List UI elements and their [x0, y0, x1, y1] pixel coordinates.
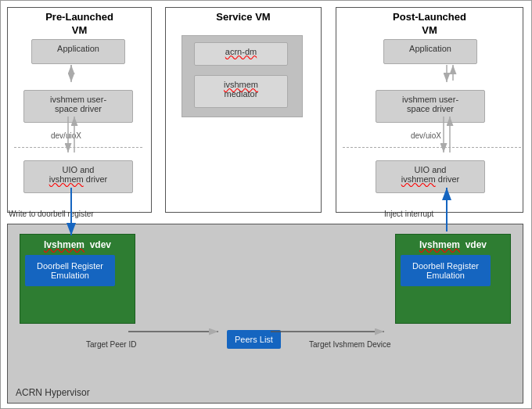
vdev-right-title: Ivshmem vdev [401, 239, 505, 250]
post-app-box: Application [383, 39, 477, 64]
doorbell-right-label: Doorbell RegisterEmulation [412, 261, 479, 280]
post-app-label: Application [409, 44, 451, 53]
pre-app-box: Application [31, 39, 125, 64]
acrn-dm-label: acrn-dm [225, 47, 257, 56]
post-ivshmem-driver: ivshmem user-space driver [376, 90, 485, 123]
service-vm-title: Service VM [166, 8, 321, 29]
post-dev-uio-label: dev/uioX [411, 131, 441, 140]
vdev-left-title: Ivshmem vdev [25, 239, 130, 250]
post-launched-vm: Post-Launched VM Application ivshmem use… [336, 7, 523, 213]
mediator-label: mediator [225, 89, 258, 99]
doorbell-left: Doorbell RegisterEmulation [25, 255, 115, 286]
pre-launched-vm: Pre-Launched VM Application ivshmem user… [7, 7, 152, 213]
doorbell-left-label: Doorbell RegisterEmulation [37, 261, 103, 280]
ivshmem-mediator-label: ivshmem [224, 80, 258, 89]
hypervisor-label: ACRN Hypervisor [16, 387, 90, 398]
service-vm-inner: acrn-dm ivshmem mediator [182, 35, 303, 117]
post-vm-title: Post-Launched VM [336, 8, 523, 42]
pre-uio-driver: UIO andivshmem driver [23, 160, 133, 193]
target-peer-id-label: Target Peer ID [86, 340, 136, 349]
pre-app-label: Application [57, 44, 99, 53]
pre-dashed-line [14, 147, 142, 148]
post-dashed-line [343, 147, 521, 148]
hypervisor-box: Ivshmem vdev Doorbell RegisterEmulation … [7, 224, 523, 404]
acrn-dm-box: acrn-dm [194, 42, 288, 66]
doorbell-right: Doorbell RegisterEmulation [401, 255, 491, 286]
peers-list-box: Peers List [227, 330, 281, 349]
inject-interrupt-label: Inject interrupt [384, 210, 433, 218]
pre-uio-label: UIO andivshmem driver [49, 165, 108, 184]
pre-vm-title: Pre-Launched VM [8, 8, 151, 42]
ivshmem-vdev-right: Ivshmem vdev Doorbell RegisterEmulation [395, 234, 511, 324]
peers-list-label: Peers List [235, 335, 273, 344]
post-uio-label: UIO andivshmem driver [401, 165, 460, 184]
target-ivshmem-label: Target Ivshmem Device [309, 340, 390, 349]
post-uio-driver: UIO andivshmem driver [376, 160, 485, 193]
pre-ivshmem-driver: ivshmem user-space driver [23, 90, 133, 123]
write-doorbell-label: Write to doorbell register [9, 210, 94, 218]
post-ivshmem-label: ivshmem user-space driver [402, 95, 458, 113]
pre-ivshmem-label: ivshmem user-space driver [50, 95, 106, 113]
service-vm: Service VM acrn-dm ivshmem mediator [165, 7, 322, 213]
ivshmem-mediator-box: ivshmem mediator [194, 75, 288, 108]
diagram: Pre-Launched VM Application ivshmem user… [0, 0, 532, 409]
ivshmem-vdev-left: Ivshmem vdev Doorbell RegisterEmulation [20, 234, 135, 324]
pre-dev-uio-label: dev/uioX [51, 131, 81, 140]
